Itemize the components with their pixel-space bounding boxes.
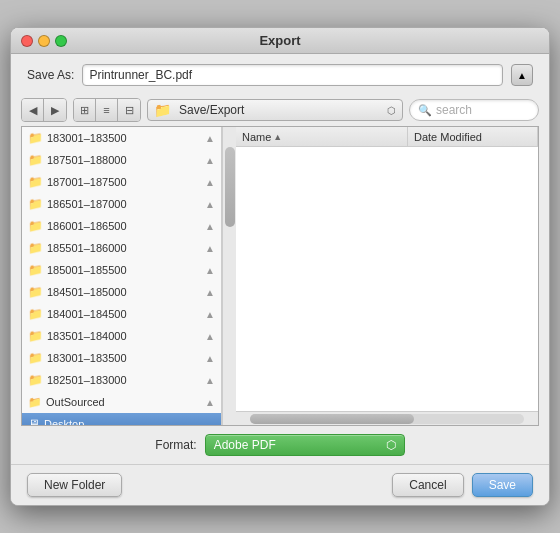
list-item[interactable]: 📁 182501–183000 ▲: [22, 369, 221, 391]
view-button-group: ⊞ ≡ ⊟: [73, 98, 141, 122]
window-title: Export: [259, 33, 300, 48]
search-box[interactable]: 🔍 search: [409, 99, 539, 121]
format-label: Format:: [155, 438, 196, 452]
folder-name-label: 187001–187500: [47, 176, 201, 188]
save-as-row: Save As: ▲: [11, 54, 549, 94]
folder-icon: 📁: [28, 175, 43, 189]
eject-icon: ▲: [205, 221, 215, 232]
folder-name-label: Desktop: [44, 418, 215, 425]
format-row: Format: Adobe PDF ⬡: [11, 426, 549, 464]
traffic-lights: [21, 35, 67, 47]
action-buttons: Cancel Save: [392, 473, 533, 497]
folder-name-label: 184001–184500: [47, 308, 201, 320]
eject-icon: ▲: [205, 309, 215, 320]
list-item[interactable]: 📁 185501–186000 ▲: [22, 237, 221, 259]
folder-name-label: 183001–183500: [47, 132, 201, 144]
column-headers: Name ▲ Date Modified: [236, 127, 538, 147]
list-item[interactable]: 🖥 Desktop: [22, 413, 221, 425]
dropdown-arrow-icon: ⬡: [387, 105, 396, 116]
folder-icon: 📁: [28, 373, 43, 387]
eject-icon: ▲: [205, 265, 215, 276]
folder-name-label: 187501–188000: [47, 154, 201, 166]
folder-icon: 📁: [28, 197, 43, 211]
export-dialog: Export Save As: ▲ ◀ ▶ ⊞ ≡ ⊟ 📁 Save/Expor…: [10, 27, 550, 506]
folder-list: 📁 183001–183500 ▲ 📁 187501–188000 ▲ 📁 18…: [22, 127, 222, 425]
search-placeholder: search: [436, 103, 530, 117]
folder-name-label: 185501–186000: [47, 242, 201, 254]
eject-icon: ▲: [205, 177, 215, 188]
eject-icon: ▲: [205, 353, 215, 364]
date-header-label: Date Modified: [414, 131, 482, 143]
format-value: Adobe PDF: [214, 438, 276, 452]
folder-name-label: 185001–185500: [47, 264, 201, 276]
new-folder-button[interactable]: New Folder: [27, 473, 122, 497]
outsourced-icon: 📁: [28, 396, 42, 409]
list-item[interactable]: 📁 183001–183500 ▲: [22, 127, 221, 149]
scrollbar-track: [250, 414, 524, 424]
cancel-button[interactable]: Cancel: [392, 473, 463, 497]
eject-icon: ▲: [205, 397, 215, 408]
titlebar: Export: [11, 28, 549, 54]
nav-button-group: ◀ ▶: [21, 98, 67, 122]
list-item[interactable]: 📁 184501–185000 ▲: [22, 281, 221, 303]
horizontal-scrollbar[interactable]: [236, 411, 538, 425]
folder-icon: 📁: [28, 307, 43, 321]
name-column-header[interactable]: Name ▲: [236, 127, 408, 146]
list-item[interactable]: 📁 183501–184000 ▲: [22, 325, 221, 347]
folder-name-label: 183001–183500: [47, 352, 201, 364]
vertical-scrollbar[interactable]: [222, 127, 236, 425]
folder-name-label: 184501–185000: [47, 286, 201, 298]
file-browser: 📁 183001–183500 ▲ 📁 187501–188000 ▲ 📁 18…: [21, 126, 539, 426]
close-button[interactable]: [21, 35, 33, 47]
folder-icon: 📁: [28, 329, 43, 343]
forward-button[interactable]: ▶: [44, 99, 66, 121]
maximize-button[interactable]: [55, 35, 67, 47]
folder-icon: 📁: [28, 131, 43, 145]
search-icon: 🔍: [418, 104, 432, 117]
view-list-button[interactable]: ≡: [96, 99, 118, 121]
list-item[interactable]: 📁 186001–186500 ▲: [22, 215, 221, 237]
list-item[interactable]: 📁 187501–188000 ▲: [22, 149, 221, 171]
eject-icon: ▲: [205, 243, 215, 254]
back-button[interactable]: ◀: [22, 99, 44, 121]
eject-icon: ▲: [205, 287, 215, 298]
list-item[interactable]: 📁 OutSourced ▲: [22, 391, 221, 413]
list-item[interactable]: 📁 186501–187000 ▲: [22, 193, 221, 215]
list-item[interactable]: 📁 187001–187500 ▲: [22, 171, 221, 193]
save-as-toggle-button[interactable]: ▲: [511, 64, 533, 86]
minimize-button[interactable]: [38, 35, 50, 47]
folder-icon: 📁: [28, 219, 43, 233]
scrollbar-thumb-horizontal[interactable]: [250, 414, 414, 424]
view-columns-button[interactable]: ⊟: [118, 99, 140, 121]
folder-icon: 📁: [28, 285, 43, 299]
save-button[interactable]: Save: [472, 473, 533, 497]
view-icons-button[interactable]: ⊞: [74, 99, 96, 121]
format-arrow-icon: ⬡: [386, 438, 396, 452]
folder-icon: 📁: [28, 351, 43, 365]
eject-icon: ▲: [205, 199, 215, 210]
file-detail-panel: Name ▲ Date Modified: [236, 127, 538, 425]
date-column-header[interactable]: Date Modified: [408, 127, 538, 146]
folder-name-label: 182501–183000: [47, 374, 201, 386]
eject-icon: ▲: [205, 331, 215, 342]
folder-icon: 📁: [154, 102, 171, 118]
list-item[interactable]: 📁 184001–184500 ▲: [22, 303, 221, 325]
scrollbar-thumb[interactable]: [225, 147, 235, 227]
folder-name-label: 186001–186500: [47, 220, 201, 232]
location-dropdown[interactable]: 📁 Save/Export ⬡: [147, 99, 403, 121]
list-item[interactable]: 📁 183001–183500 ▲: [22, 347, 221, 369]
format-dropdown[interactable]: Adobe PDF ⬡: [205, 434, 405, 456]
file-list-content: [236, 147, 538, 411]
folder-icon: 📁: [28, 263, 43, 277]
toolbar-row: ◀ ▶ ⊞ ≡ ⊟ 📁 Save/Export ⬡ 🔍 search: [11, 94, 549, 126]
save-as-input[interactable]: [82, 64, 503, 86]
folder-name-label: 186501–187000: [47, 198, 201, 210]
location-label: Save/Export: [179, 103, 383, 117]
list-item[interactable]: 📁 185001–185500 ▲: [22, 259, 221, 281]
folder-name-label: OutSourced: [46, 396, 201, 408]
chevron-up-icon: ▲: [517, 70, 527, 81]
button-bar: New Folder Cancel Save: [11, 464, 549, 505]
sort-arrow-icon: ▲: [273, 132, 282, 142]
eject-icon: ▲: [205, 133, 215, 144]
save-as-label: Save As:: [27, 68, 74, 82]
